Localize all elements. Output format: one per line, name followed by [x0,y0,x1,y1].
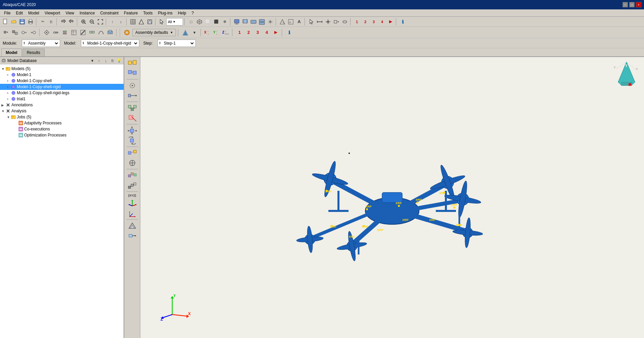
tool-coord-create[interactable] [126,199,138,208]
gear-btn[interactable] [266,18,274,26]
num3-btn[interactable]: 3 [370,18,378,26]
tool-coord-manage[interactable] [126,209,138,218]
tb2-btn1[interactable] [2,29,10,37]
redo-button[interactable] [67,18,76,26]
model-select-wrapper[interactable]: ⬆ Model-1-Copy-shell-rigid [81,40,139,47]
play-btn[interactable]: ▶ [386,18,395,26]
view-cut-btn[interactable] [278,18,286,26]
mesh-btn3[interactable] [146,18,154,26]
db-up-btn[interactable]: ↑ [96,58,102,64]
measure-btn[interactable] [316,18,324,26]
menu-question[interactable]: ? [189,10,197,16]
orientation-gizmo[interactable]: Y X Z [613,60,640,87]
zoom-out-button[interactable] [88,18,96,26]
odb-display-btn[interactable]: A [287,18,295,26]
menu-instance[interactable]: Instance [77,10,97,16]
viewport[interactable]: XRP XRP XRP XRP XRP XRP XRP XRP XRP XRP … [140,57,644,338]
filter-select[interactable]: All ▼ [166,18,183,25]
tb2-btn10[interactable] [88,29,96,37]
tb2-btn9[interactable] [79,29,87,37]
tree-model1[interactable]: + Model-1 [0,72,124,78]
tool-feature-props[interactable] [126,231,138,240]
tb2-btn7[interactable] [61,29,69,37]
undo-button[interactable] [59,18,67,26]
module-dropdown[interactable]: Assembly [26,40,59,47]
step-dropdown[interactable]: Step-1 [161,40,195,47]
tree-models-row[interactable]: ▼ Models (5) [0,66,124,72]
menu-view[interactable]: View [63,10,77,16]
mesh-btn2[interactable] [137,18,145,26]
tb2-btn3[interactable] [20,29,28,37]
tool-rigid-body[interactable] [126,158,138,168]
save-button[interactable] [18,18,26,26]
num2-btn[interactable]: 2 [361,18,369,26]
material-btn[interactable]: ⬛ [212,18,220,26]
tool-sets[interactable] [126,171,138,180]
close-button[interactable]: × [636,2,641,7]
model-dropdown[interactable]: Model-1-Copy-shell-rigid [85,40,138,47]
db-collapse-btn[interactable]: ▼ [89,58,95,64]
create-set-btn[interactable] [332,18,340,26]
tb2-btn4[interactable] [29,29,37,37]
db-down-btn[interactable]: ↓ [103,58,109,64]
tool-cut[interactable] [126,113,138,123]
node-btn[interactable]: ⊕ [221,18,229,26]
db-bulb-btn[interactable]: 💡 [116,58,122,64]
tool-rotate[interactable] [126,136,138,145]
tree-model1-copy-shell[interactable]: + Model-1-Copy-shell [0,78,124,84]
copy-button[interactable]: ⎘ [47,18,55,26]
tb2-btn12[interactable] [106,29,114,37]
tb2-btn11[interactable] [97,29,105,37]
tool-circle-select[interactable] [126,81,138,90]
select-cursor-button[interactable] [158,18,166,26]
constraint4-btn[interactable]: 4 [263,29,271,37]
text-btn[interactable]: A [295,18,303,26]
coord-btn[interactable] [181,29,189,37]
tb2-btn8[interactable] [70,29,78,37]
x-transform-btn[interactable]: X ← → [204,29,212,37]
move-up-button[interactable]: ↑ [108,18,117,26]
menu-constraint[interactable]: Constraint [97,10,121,16]
tool-create-instance[interactable] [126,58,138,68]
tool-merge[interactable] [126,103,138,113]
tab-model[interactable]: Model [1,49,22,56]
info2-btn[interactable]: ℹ [285,29,293,37]
mesh-btn1[interactable] [129,18,137,26]
assembly-defaults-button[interactable]: Assembly defaults ▼ [132,29,176,36]
fit-view-button[interactable] [96,18,104,26]
constraint2-btn[interactable]: 2 [244,29,252,37]
zoom-in-button[interactable] [80,18,88,26]
tb2-btn6[interactable] [52,29,60,37]
display-btn3[interactable] [249,18,258,26]
tree-trial1[interactable]: + trial1 [0,96,124,102]
tree-coexec[interactable]: Co-executions [0,126,124,132]
menu-edit[interactable]: Edit [13,10,26,16]
tool-manage-instance[interactable] [126,68,138,78]
play2-btn[interactable]: ▶ [272,29,280,37]
ref-pt-btn[interactable] [324,18,332,26]
menu-file[interactable]: File [1,10,13,16]
maximize-button[interactable]: □ [629,2,635,7]
tree-optproc[interactable]: Optimization Processes [0,132,124,138]
tool-position-constraint[interactable] [126,148,138,158]
constraint3-btn[interactable]: 3 [254,29,262,37]
tool-create-display-body[interactable] [126,221,138,230]
tree-annotations[interactable]: ▶ Annotations [0,102,124,108]
coord-dropdown[interactable]: ▼ [190,29,198,37]
menu-help[interactable]: Help [175,10,189,16]
db-copy-btn[interactable]: ⎘ [109,58,116,64]
tb2-btn5[interactable] [43,29,51,37]
display-btn1[interactable] [233,18,241,26]
minimize-button[interactable]: − [623,2,628,7]
num1-btn[interactable]: 1 [353,18,361,26]
module-select-wrapper[interactable]: ⬆ Assembly [22,40,60,47]
menu-plugins[interactable]: Plug-ins [155,10,175,16]
tab-results[interactable]: Results [22,49,45,56]
iso-view-btn[interactable] [195,18,203,26]
tool-translate[interactable] [126,126,138,135]
move-down-button[interactable]: ↕ [117,18,125,26]
cut-button[interactable]: ✂ [39,18,47,26]
tree-adaptivity[interactable]: Adaptivity Processes [0,120,124,126]
rect-select-btn[interactable]: ⬜ [204,18,212,26]
display-btn4[interactable] [258,18,266,26]
